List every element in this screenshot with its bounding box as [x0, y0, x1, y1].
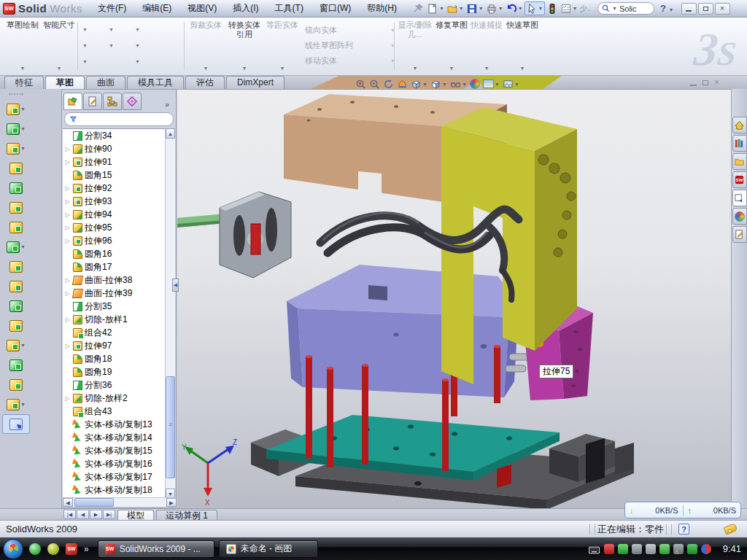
expand-arrow-icon[interactable]: ▷: [64, 238, 71, 244]
menu-view[interactable]: 视图(V): [179, 3, 225, 13]
doc-minimize-button[interactable]: [690, 85, 697, 86]
dropdown-arrow-icon[interactable]: ▼: [135, 59, 140, 64]
panel-tabs-more-button[interactable]: »: [161, 96, 173, 113]
menu-file[interactable]: 文件(F): [90, 3, 134, 13]
dropdown-arrow-icon[interactable]: ▼: [20, 402, 26, 407]
pin-button[interactable]: [412, 1, 425, 15]
combine-bodies-button[interactable]: [2, 276, 30, 296]
tree-filter-input[interactable]: [64, 112, 174, 126]
close-button[interactable]: ×: [715, 3, 730, 15]
measure-tool-button[interactable]: [2, 414, 30, 434]
scroll-left-button[interactable]: ◀: [63, 498, 73, 507]
dropdown-arrow-icon[interactable]: ▼: [538, 6, 543, 11]
dropdown-arrow-icon[interactable]: ▼: [479, 6, 484, 11]
reference-geometry-button[interactable]: ▼: [2, 335, 30, 355]
menu-tools[interactable]: 工具(T): [267, 3, 311, 13]
menu-help[interactable]: 帮助(H): [359, 3, 405, 13]
tree-item[interactable]: ▷曲面-拉伸39: [63, 287, 166, 300]
panel-tab-dimxpert-manager[interactable]: [123, 93, 142, 110]
dropdown-arrow-icon[interactable]: ▼: [459, 6, 464, 11]
mirror-bodies-button[interactable]: [2, 257, 30, 276]
tree-item[interactable]: ▷拉伸95: [63, 221, 166, 234]
expand-arrow-icon[interactable]: ▷: [64, 395, 71, 402]
quick-tips-icon[interactable]: ?: [678, 524, 689, 534]
volume-icon[interactable]: [646, 544, 656, 554]
expand-arrow-icon[interactable]: ▷: [64, 159, 71, 166]
chamfer-button[interactable]: [2, 158, 30, 178]
tree-item[interactable]: 组合43: [63, 405, 166, 418]
dropdown-arrow-icon[interactable]: ▼: [462, 82, 467, 87]
doc-restore-button[interactable]: [703, 80, 708, 85]
tab-features[interactable]: 特征: [4, 76, 44, 89]
dropdown-arrow-icon[interactable]: ▼: [20, 106, 26, 112]
polygon-button[interactable]: [108, 54, 114, 69]
tab-surfaces[interactable]: 曲面: [86, 76, 125, 89]
tab-sketch[interactable]: 草图: [45, 76, 85, 89]
sketch-button[interactable]: 草图绘制▼: [6, 20, 39, 73]
draft-button[interactable]: [2, 198, 30, 217]
antivirus-shield-icon[interactable]: [604, 544, 614, 554]
tree-item[interactable]: ▷拉伸90: [63, 142, 166, 155]
network-speed-widget[interactable]: ↓ 0KB/S ↑ 0KB/S: [624, 502, 741, 518]
tree-item[interactable]: 分割34: [63, 129, 166, 142]
rebuild-button[interactable]: [546, 1, 559, 15]
dropdown-arrow-icon[interactable]: ▼: [109, 27, 114, 32]
tree-item[interactable]: 实体-移动/复制13: [63, 418, 166, 431]
open-document-button[interactable]: ▼: [446, 1, 465, 15]
scroll-thumb[interactable]: [166, 376, 175, 478]
toolbar-overflow-button[interactable]: 少..: [578, 1, 592, 15]
curve-tools-button[interactable]: ▼: [2, 394, 30, 414]
model-nav-last-button[interactable]: ▶|: [103, 510, 115, 519]
rapid-button[interactable]: 快速草图▼: [505, 20, 540, 73]
view-settings-button[interactable]: ▼: [502, 77, 520, 90]
tree-item[interactable]: ▷切除-放样1: [63, 313, 166, 326]
tree-item[interactable]: 圆角15: [63, 168, 166, 182]
dropdown-arrow-icon[interactable]: ▼: [82, 27, 88, 32]
reference-plane-button[interactable]: [2, 355, 30, 375]
ellipse-button[interactable]: ▼: [134, 38, 140, 52]
tab-evaluate[interactable]: 评估: [185, 76, 225, 89]
scroll-thumb[interactable]: [74, 498, 114, 507]
dropdown-arrow-icon[interactable]: ▼: [20, 343, 26, 348]
tree-item[interactable]: 实体-移动/复制17: [63, 470, 166, 483]
zoom-area-button[interactable]: [368, 77, 381, 90]
toolbar-grip[interactable]: [9, 93, 23, 95]
shell-button[interactable]: [2, 178, 30, 198]
help-button[interactable]: ? ▼: [660, 3, 674, 14]
model-nav-next-button[interactable]: ▶: [90, 510, 102, 519]
graphics-viewport[interactable]: Y Z X 拉伸75: [177, 89, 731, 508]
slot-button[interactable]: ▼: [82, 54, 88, 69]
panel-collapse-arrow[interactable]: ◀: [172, 279, 179, 292]
tree-item[interactable]: ▷拉伸91: [63, 155, 166, 168]
spline-button[interactable]: ▼: [134, 22, 140, 36]
tree-item[interactable]: 实体-移动/复制14: [63, 431, 166, 444]
menu-window[interactable]: 窗口(W): [311, 3, 359, 13]
reference-axis-button[interactable]: [2, 375, 30, 394]
tree-item[interactable]: 实体-移动/复制15: [63, 444, 166, 457]
360-ball-icon[interactable]: [47, 543, 59, 555]
dropdown-arrow-icon[interactable]: ▼: [442, 82, 447, 87]
quick-launch-overflow[interactable]: »: [84, 544, 89, 554]
expand-arrow-icon[interactable]: ▷: [64, 277, 71, 284]
model-tab-motion-study[interactable]: 运动算例 1: [156, 510, 217, 521]
taskbar-button[interactable]: SWSolidWorks 2009 - ...: [98, 540, 214, 558]
smartdim-button[interactable]: 智能尺寸▼: [42, 20, 76, 73]
split-body-button[interactable]: [2, 296, 30, 316]
dropdown-arrow-icon[interactable]: ▼: [514, 82, 519, 87]
defender-plus-icon[interactable]: [687, 544, 697, 554]
model-tab-model[interactable]: 模型: [117, 510, 154, 521]
dropdown-arrow-icon[interactable]: ▼: [449, 63, 454, 73]
part-carrier-gray[interactable]: [177, 192, 291, 278]
messenger-icon[interactable]: [29, 543, 41, 555]
expand-arrow-icon[interactable]: ▷: [64, 146, 71, 152]
network-warning-icon[interactable]: ⚠: [673, 544, 684, 554]
dropdown-arrow-icon[interactable]: ▼: [82, 43, 88, 48]
tab-dimxpert[interactable]: DimXpert: [226, 76, 285, 89]
dropdown-arrow-icon[interactable]: ▼: [57, 63, 62, 73]
taskbar-clock[interactable]: 9:41: [723, 543, 741, 554]
line-button[interactable]: ▼: [82, 22, 88, 36]
security-shield-icon[interactable]: [618, 544, 628, 554]
expand-arrow-icon[interactable]: ▷: [64, 290, 71, 297]
tree-item[interactable]: 分割36: [63, 378, 166, 392]
tree-item[interactable]: 组合42: [63, 326, 166, 339]
